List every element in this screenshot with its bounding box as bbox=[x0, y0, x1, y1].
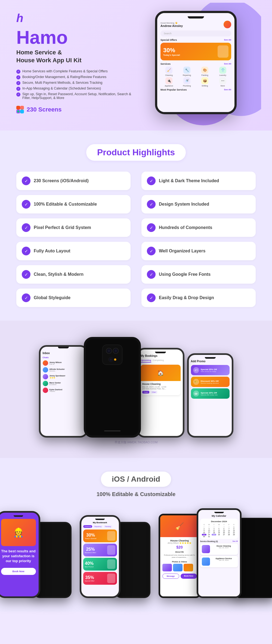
check-icon-9: ✓ bbox=[147, 270, 156, 279]
highlight-item-10: ✓ Global Styleguide bbox=[16, 289, 131, 307]
bookmark-title: My Bookmark bbox=[83, 521, 117, 524]
hero-features-list: Home Services with Complete Features & S… bbox=[16, 69, 136, 100]
book-now-btn-2[interactable]: Book Now bbox=[181, 574, 197, 579]
svg-rect-0 bbox=[16, 106, 20, 110]
hero-subtitle: Home Service & House Work App UI Kit bbox=[16, 49, 136, 64]
screens-badge: 230 Screens bbox=[16, 106, 136, 113]
photo-thumb-2 bbox=[173, 564, 183, 571]
figma-icon bbox=[16, 106, 24, 113]
offer-image-placeholder-3 bbox=[107, 559, 115, 569]
phone-indicator bbox=[104, 431, 120, 431]
camera-lens-main bbox=[106, 348, 112, 354]
highlight-item-9: ✓ Using Google Free Fonts bbox=[141, 265, 256, 284]
promo-title: Add Promo bbox=[191, 360, 230, 363]
cleaning-price: $20 bbox=[162, 545, 197, 549]
services-grid: 🧹 Cleaning 🔧 Repairing 🎨 Painting 👕 Laun… bbox=[160, 67, 231, 87]
check-icon-4: ✓ bbox=[22, 223, 30, 232]
chat-btn[interactable]: Chat bbox=[150, 391, 157, 394]
track-btn[interactable]: Track bbox=[142, 391, 150, 394]
service-booking-appliance: Appliance Service Dec 25, 2024 bbox=[200, 556, 238, 567]
offer-card-25: 25% Weekend Offer! bbox=[83, 544, 117, 556]
cleaning-hero-image: 🧹 bbox=[160, 515, 199, 537]
highlight-item-5: ✓ Hundreds of Components bbox=[141, 218, 256, 237]
inbox-title: Inbox bbox=[43, 352, 84, 355]
highlights-section: Product Highlights ✓ 230 Screens (iOS/An… bbox=[0, 131, 272, 321]
hero-section: h Hamo Home Service & House Work App UI … bbox=[0, 0, 272, 131]
check-icon-6: ✓ bbox=[22, 247, 30, 255]
check-icon-0: ✓ bbox=[22, 177, 30, 185]
promo-item-1: 🎫 Discount 30% Off Service booking disco… bbox=[191, 377, 230, 387]
highlight-text-1: Light & Dark Theme Included bbox=[159, 178, 219, 183]
photo-thumb-3 bbox=[184, 564, 193, 571]
chat-item-0: Jenny Wilson Call us bbox=[43, 360, 84, 366]
highlight-item-11: ✓ Easily Drag & Drop Design bbox=[141, 289, 256, 307]
check-icon-8: ✓ bbox=[22, 270, 30, 279]
house-cleaning-label: House Cleaning bbox=[162, 539, 197, 542]
highlight-text-0: 230 Screens (iOS/Android) bbox=[34, 178, 89, 183]
ios-phone-group-left: 👷 The best results and your satisfaction… bbox=[0, 511, 72, 598]
service-booking-house: House Cleaning Dec 23, 2024 bbox=[200, 543, 238, 555]
book-now-btn[interactable]: Book Now bbox=[1, 568, 36, 575]
check-icon-2: ✓ bbox=[22, 200, 30, 209]
service-more: ⋯ More bbox=[214, 77, 231, 87]
camera-lens-2 bbox=[113, 348, 119, 354]
special-offers-label: Special Offers See All bbox=[160, 39, 231, 41]
service-repairing: 🔧 Repairing bbox=[178, 67, 195, 76]
calendar-widget: December 2024 SMTWTFS 2425262728291 2345… bbox=[200, 519, 238, 539]
phones-showcase-section: Inbox Chats Jenny Wilson Call us Alfredo… bbox=[0, 321, 272, 458]
feature-item: Secure, Multi Payment Methods, & Service… bbox=[16, 81, 136, 85]
highlight-item-7: ✓ Well Organized Layers bbox=[141, 242, 256, 260]
booking-card: 🏠 House Cleaning Dec 23, 2024 | 11:00 - … bbox=[141, 365, 181, 395]
phone-greeting: Good Morning 👋 bbox=[160, 22, 183, 24]
service-cleaning: 🧹 Cleaning bbox=[160, 67, 177, 76]
highlight-item-4: ✓ Pixel Perfect & Grid System bbox=[16, 218, 131, 237]
check-icon-5: ✓ bbox=[147, 223, 156, 232]
chat-item-3: Marci Senter Excellent! bbox=[43, 381, 84, 386]
feature-item: Home Services with Complete Features & S… bbox=[16, 69, 136, 74]
dark-phone-center bbox=[84, 337, 141, 438]
camera-module bbox=[102, 345, 122, 365]
highlight-text-10: Global Styleguide bbox=[34, 295, 70, 300]
phone-search-bar: Search bbox=[160, 30, 231, 36]
logo-icon: h bbox=[16, 12, 23, 24]
phone-promo: Add Promo 🏷 Special 25% Off Save promo f… bbox=[187, 353, 233, 438]
product-highlights-title: Product Highlights bbox=[86, 144, 186, 161]
hero-right-content: Good Morning 👋 Andrew Ainsley Search Spe… bbox=[136, 11, 256, 114]
highlights-grid: ✓ 230 Screens (iOS/Android) ✓ Light & Da… bbox=[16, 172, 256, 307]
phone-bookings: My Bookings Upcoming Completing 🏠 House … bbox=[137, 348, 184, 438]
special-offer-card: 30% Today's Special! bbox=[160, 43, 231, 60]
worker-hero-image: 👷 bbox=[1, 519, 36, 546]
watermark: 早道大咖 IAMDK.TAOBAO.COM bbox=[8, 440, 264, 444]
hero-title: Hamo bbox=[16, 28, 136, 47]
ios-title: iOS / Android bbox=[101, 472, 171, 487]
highlight-text-6: Fully Auto Layout bbox=[34, 249, 70, 253]
phone-inbox: Inbox Chats Jenny Wilson Call us Alfredo… bbox=[39, 345, 88, 438]
service-plumbing: 🚿 Plumbing bbox=[178, 77, 195, 87]
feature-item: Sign up, Sign in, Reset Password, Accoun… bbox=[16, 92, 136, 100]
message-btn[interactable]: Message bbox=[162, 574, 179, 579]
check-icon-10: ✓ bbox=[22, 293, 30, 302]
calendar-title: My Calendar bbox=[200, 515, 238, 517]
chat-item-1: Alfredo Schuster Service... bbox=[43, 367, 84, 373]
offer-card-35: 35% Special Offer! bbox=[83, 572, 117, 585]
highlight-item-3: ✓ Design System Included bbox=[141, 195, 256, 213]
ios-phone-group-middle: My Bookmark Cleaning Repairing Painting … bbox=[80, 515, 150, 598]
ios-phone-offers: My Bookmark Cleaning Repairing Painting … bbox=[80, 515, 120, 598]
section-title-wrapper: Product Highlights bbox=[16, 144, 256, 161]
ios-android-section: iOS / Android 100% Editable & Customizab… bbox=[0, 458, 272, 612]
camera-flash bbox=[114, 358, 116, 361]
offer-card-40: 40% New Promo! bbox=[83, 558, 117, 571]
service-shifting: 📦 Shifting bbox=[196, 77, 213, 87]
service-laundry: 👕 Laundry bbox=[214, 67, 231, 76]
service-painting: 🎨 Painting bbox=[196, 67, 213, 76]
android-phone-cleaning: 🧹 House Cleaning Jenny Wilson ⭐⭐⭐⭐⭐ $20 … bbox=[159, 514, 201, 598]
highlight-item-1: ✓ Light & Dark Theme Included bbox=[141, 172, 256, 190]
offer-image-placeholder-4 bbox=[107, 574, 115, 583]
service-booking-label: Service Booking (2) See All bbox=[200, 540, 238, 542]
highlight-text-2: 100% Editable & Customizable bbox=[34, 202, 97, 207]
phone-avatar bbox=[224, 21, 231, 28]
phone-user-name: Andrew Ainsley bbox=[160, 24, 183, 27]
highlight-text-4: Pixel Perfect & Grid System bbox=[34, 225, 91, 230]
check-icon-11: ✓ bbox=[147, 293, 156, 302]
android-phone-calendar: My Calendar December 2024 SMTWTFS 242526… bbox=[197, 508, 242, 598]
